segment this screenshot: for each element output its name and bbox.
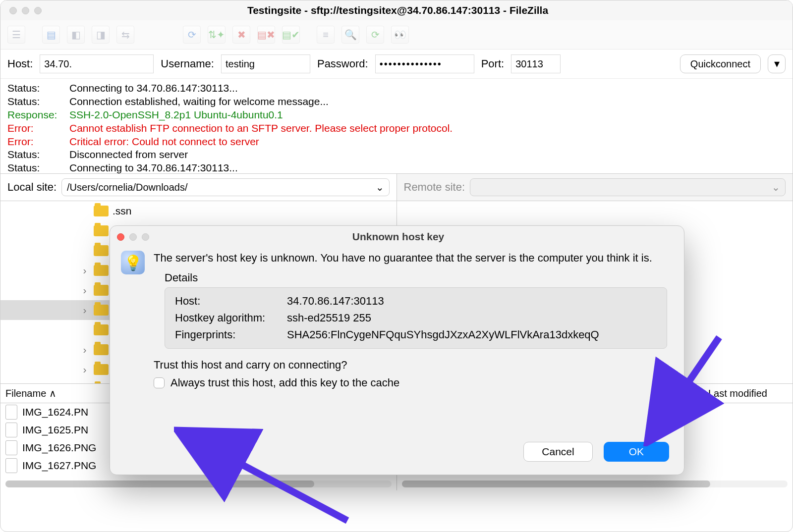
ok-button[interactable]: OK — [604, 442, 669, 462]
toggle-queue-icon[interactable]: ⇆ — [116, 26, 134, 44]
trust-question: Trust this host and carry on connecting? — [154, 359, 667, 372]
chevron-down-icon: ⌄ — [772, 181, 780, 193]
traffic-lights — [9, 7, 42, 14]
local-site-label: Local site: — [7, 181, 57, 194]
log-row: Status:Connection established, waiting f… — [7, 95, 786, 108]
search-icon[interactable]: 🔍 — [341, 26, 359, 44]
algo-label: Hostkey algorithm: — [175, 312, 284, 324]
folder-icon — [94, 344, 109, 355]
remote-site-combobox[interactable]: ⌄ — [470, 178, 786, 196]
disclosure-icon[interactable]: › — [80, 284, 90, 296]
binoculars-icon[interactable]: 👀 — [391, 26, 409, 44]
window-close-icon[interactable] — [9, 7, 17, 14]
host-label: Host: — [7, 57, 33, 70]
log-row: Status:Connecting to 34.70.86.147:30113.… — [7, 161, 786, 174]
tree-item-label: .ssn — [113, 205, 132, 217]
disconnect-icon[interactable]: ▤✖ — [257, 26, 275, 44]
log-label: Status: — [7, 82, 69, 95]
details-box: Host: 34.70.86.147:30113 Hostkey algorit… — [165, 287, 667, 349]
process-queue-icon[interactable]: ⇅✦ — [208, 26, 226, 44]
window-zoom-icon[interactable] — [34, 7, 42, 14]
col-last-modified[interactable]: Last modified — [703, 388, 793, 399]
titlebar: Testingsite - sftp://testingsitex@34.70.… — [0, 0, 793, 20]
reconnect-icon[interactable]: ▤✔ — [282, 26, 300, 44]
folder-icon — [94, 324, 109, 335]
host-input[interactable] — [40, 54, 154, 73]
file-icon — [5, 423, 17, 437]
username-label: Username: — [161, 57, 214, 70]
folder-icon — [94, 265, 109, 276]
log-row: Error:Critical error: Could not connect … — [7, 135, 786, 149]
always-trust-checkbox[interactable] — [154, 377, 165, 388]
quickconnect-dropdown[interactable]: ▾ — [768, 54, 786, 73]
folder-icon — [94, 364, 109, 375]
log-text: Connecting to 34.70.86.147:30113... — [69, 161, 238, 174]
folder-icon — [94, 285, 109, 296]
port-label: Port: — [481, 57, 504, 70]
password-label: Password: — [317, 57, 368, 70]
toggle-log-icon[interactable]: ▤ — [42, 26, 60, 44]
host-label: Host: — [175, 295, 284, 308]
horizontal-scrollbar[interactable] — [5, 480, 392, 487]
quickconnect-bar: Host: Username: Password: Port: Quickcon… — [0, 49, 793, 79]
fingerprint-label: Fingerprints: — [175, 328, 284, 341]
log-label: Error: — [7, 122, 69, 135]
log-row: Error:Cannot establish FTP connection to… — [7, 122, 786, 135]
dialog-zoom-icon — [142, 233, 149, 241]
file-icon — [5, 440, 17, 455]
dialog-close-icon[interactable] — [117, 233, 124, 241]
log-label: Response: — [7, 108, 69, 122]
disclosure-icon[interactable]: › — [80, 265, 90, 276]
sync-icon[interactable]: ⟳ — [366, 26, 384, 44]
dialog-message: The server's host key is unknown. You ha… — [154, 251, 667, 266]
site-manager-icon[interactable]: ☰ — [7, 26, 25, 44]
log-row: Status:Connecting to 34.70.86.147:30113.… — [7, 82, 786, 95]
toolbar: ☰ ▤ ◧ ◨ ⇆ ⟳ ⇅✦ ✖ ▤✖ ▤✔ ≡ 🔍 ⟳ 👀 — [0, 20, 793, 49]
window-title: Testingsite - sftp://testingsitex@34.70.… — [42, 4, 754, 16]
log-text: SSH-2.0-OpenSSH_8.2p1 Ubuntu-4ubuntu0.1 — [69, 108, 283, 122]
quickconnect-button[interactable]: Quickconnect — [680, 54, 761, 73]
folder-icon — [94, 305, 109, 316]
cancel-icon[interactable]: ✖ — [232, 26, 250, 44]
horizontal-scrollbar[interactable] — [402, 480, 788, 487]
refresh-icon[interactable]: ⟳ — [183, 26, 201, 44]
cancel-button[interactable]: Cancel — [523, 442, 592, 462]
always-trust-label: Always trust this host, add this key to … — [170, 376, 399, 389]
log-label: Error: — [7, 135, 69, 149]
folder-icon — [94, 245, 109, 256]
algo-value: ssh-ed25519 255 — [287, 312, 657, 324]
details-label: Details — [154, 271, 667, 284]
log-label: Status: — [7, 161, 69, 174]
disclosure-icon[interactable]: › — [80, 364, 90, 375]
port-input[interactable] — [511, 54, 561, 73]
local-site-value: /Users/cornelia/Downloads/ — [67, 182, 187, 193]
window-minimize-icon[interactable] — [22, 7, 29, 14]
tree-item[interactable]: .ssn — [0, 201, 396, 221]
toggle-remote-tree-icon[interactable]: ◨ — [92, 26, 110, 44]
file-icon — [5, 458, 17, 473]
log-row: Status:Disconnected from server — [7, 148, 786, 161]
folder-icon — [94, 225, 109, 236]
file-icon — [5, 405, 17, 420]
local-site-combobox[interactable]: /Users/cornelia/Downloads/ ⌄ — [61, 178, 389, 196]
password-input[interactable] — [375, 54, 474, 73]
username-input[interactable] — [221, 54, 310, 73]
disclosure-icon[interactable]: › — [80, 304, 90, 316]
disclosure-icon[interactable]: › — [80, 344, 90, 356]
log-label: Status: — [7, 148, 69, 161]
log-text: Cannot establish FTP connection to an SF… — [69, 122, 453, 135]
hint-icon: 💡 — [121, 251, 145, 274]
toggle-tree-icon[interactable]: ◧ — [67, 26, 85, 44]
chevron-down-icon: ⌄ — [376, 181, 384, 193]
log-text: Connecting to 34.70.86.147:30113... — [69, 82, 238, 95]
remote-site-label: Remote site: — [404, 181, 465, 194]
folder-icon — [94, 206, 109, 216]
filter-icon[interactable]: ≡ — [317, 26, 335, 44]
dialog-minimize-icon — [129, 233, 137, 241]
log-text: Connection established, waiting for welc… — [69, 95, 329, 108]
unknown-host-key-dialog: Unknown host key 💡 The server's host key… — [110, 225, 684, 475]
log-text: Critical error: Could not connect to ser… — [69, 135, 259, 149]
fingerprint-value: SHA256:FlnCygeNFQquSYhsgdJXzxA2XyWLFlVkA… — [287, 328, 657, 341]
site-path-bar: Local site: /Users/cornelia/Downloads/ ⌄… — [0, 174, 793, 201]
log-text: Disconnected from server — [69, 148, 188, 161]
